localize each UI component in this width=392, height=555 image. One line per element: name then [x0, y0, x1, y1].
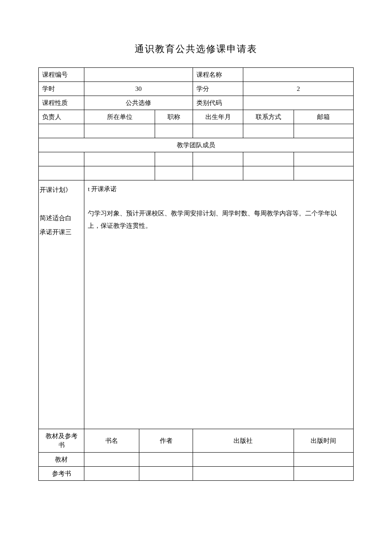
row-team-2	[39, 166, 354, 180]
row-leader-header: 负责人 所在单位 职称 出生年月 联系方式 邮箱	[39, 110, 354, 124]
team-1-1	[84, 152, 155, 166]
row-nature-category: 课程性质 公共选修 类别代码	[39, 96, 354, 110]
team-1-3	[193, 152, 243, 166]
value-course-code	[84, 68, 193, 82]
value-leader	[39, 124, 84, 138]
row-team-1	[39, 152, 354, 166]
value-category-code	[243, 96, 354, 110]
reference-name	[84, 467, 139, 481]
team-2-4	[243, 166, 294, 180]
label-book-name: 书名	[84, 429, 139, 453]
label-contact: 联系方式	[243, 110, 294, 124]
label-credits: 学分	[193, 82, 243, 96]
team-1-4	[243, 152, 294, 166]
textbook-name	[84, 453, 139, 467]
reference-author	[139, 467, 193, 481]
label-team-members: 教学团队成员	[39, 138, 354, 152]
label-course-name: 课程名称	[193, 68, 243, 82]
value-credits: 2	[243, 82, 354, 96]
value-hours: 30	[84, 82, 193, 96]
textbook-pub-time	[294, 453, 353, 467]
label-leader: 负责人	[39, 110, 84, 124]
label-publisher: 出版社	[193, 429, 294, 453]
value-birth	[193, 124, 243, 138]
label-course-code: 课程编号	[39, 68, 84, 82]
textbook-publisher	[193, 453, 294, 467]
label-textbooks: 教材及参考 书	[39, 429, 84, 453]
row-leader-values	[39, 124, 354, 138]
team-2-3	[193, 166, 243, 180]
label-pub-time: 出版时间	[294, 429, 353, 453]
textbook-author	[139, 453, 193, 467]
reference-publisher	[193, 467, 294, 481]
label-course-nature: 课程性质	[39, 96, 84, 110]
label-author: 作者	[139, 429, 193, 453]
team-1-0	[39, 152, 84, 166]
row-books-header: 教材及参考 书 书名 作者 出版社 出版时间	[39, 429, 354, 453]
application-form-table: 课程编号 课程名称 学时 30 学分 2 课程性质 公共选修 类别代码 负责人 …	[38, 67, 354, 481]
row-hours-credits: 学时 30 学分 2	[39, 82, 354, 96]
team-2-1	[84, 166, 155, 180]
reference-pub-time	[294, 467, 353, 481]
team-1-2	[155, 152, 193, 166]
page-title: 通识教育公共选修课申请表	[38, 43, 354, 55]
row-textbook: 教材	[39, 453, 354, 467]
value-plan: t 开课承诺 勺学习对象、预计开课校区、教学周安排计划、周学时数、每周教学内容等…	[84, 180, 354, 429]
value-course-name	[243, 68, 354, 82]
label-textbook-row: 教材	[39, 453, 84, 467]
value-contact	[243, 124, 294, 138]
team-1-5	[294, 152, 353, 166]
row-plan: 开课计划》 简述适合白 承诺开课三 t 开课承诺 勺学习对象、预计开课校区、教学…	[39, 180, 354, 429]
team-2-0	[39, 166, 84, 180]
team-2-5	[294, 166, 353, 180]
value-email	[294, 124, 353, 138]
label-category-code: 类别代码	[193, 96, 243, 110]
label-birth: 出生年月	[193, 110, 243, 124]
value-course-nature: 公共选修	[84, 96, 193, 110]
row-reference: 参考书	[39, 467, 354, 481]
value-unit	[84, 124, 155, 138]
label-reference-row: 参考书	[39, 467, 84, 481]
team-2-2	[155, 166, 193, 180]
label-email: 邮箱	[294, 110, 353, 124]
label-hours: 学时	[39, 82, 84, 96]
value-title-rank	[155, 124, 193, 138]
row-course-code-name: 课程编号 课程名称	[39, 68, 354, 82]
row-team-header: 教学团队成员	[39, 138, 354, 152]
label-unit: 所在单位	[84, 110, 155, 124]
label-title-rank: 职称	[155, 110, 193, 124]
label-plan: 开课计划》 简述适合白 承诺开课三	[39, 180, 84, 429]
